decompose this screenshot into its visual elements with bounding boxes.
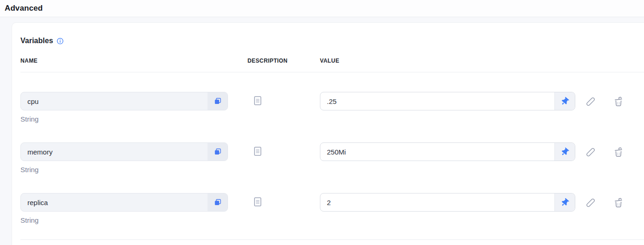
copy-button[interactable] xyxy=(208,92,228,110)
document-icon xyxy=(254,96,261,105)
variable-name-input[interactable] xyxy=(21,193,208,211)
name-cell: String xyxy=(20,193,228,224)
value-cell xyxy=(320,193,575,212)
variables-title: Variables xyxy=(20,37,53,45)
document-icon xyxy=(254,197,261,206)
description-cell xyxy=(228,193,320,208)
column-header-name: NAME xyxy=(20,58,228,64)
variables-rows: String xyxy=(20,92,644,224)
value-cell xyxy=(320,92,575,110)
trash-icon xyxy=(613,197,624,208)
pin-button[interactable] xyxy=(554,193,575,211)
pin-button[interactable] xyxy=(554,92,575,110)
edit-button[interactable] xyxy=(585,96,596,107)
description-button[interactable] xyxy=(254,96,261,105)
description-cell xyxy=(228,142,320,158)
copy-icon xyxy=(214,97,221,105)
variable-name-input[interactable] xyxy=(21,143,208,161)
pencil-icon xyxy=(585,96,596,107)
info-icon[interactable] xyxy=(57,38,64,45)
trash-icon xyxy=(613,147,624,158)
copy-icon xyxy=(214,148,221,155)
variable-type-label: String xyxy=(20,115,228,123)
copy-icon xyxy=(214,199,221,206)
pencil-icon xyxy=(585,147,596,158)
delete-button[interactable] xyxy=(613,96,624,107)
name-cell: String xyxy=(20,142,228,174)
trash-icon xyxy=(613,96,624,107)
table-row: String xyxy=(20,92,644,123)
variable-value-group xyxy=(320,193,575,212)
table-header-row: NAME DESCRIPTION VALUE xyxy=(20,58,644,72)
variables-section-header: Variables xyxy=(20,37,644,45)
variable-value-input[interactable] xyxy=(320,92,554,110)
variable-value-input[interactable] xyxy=(320,143,554,161)
pin-button[interactable] xyxy=(554,143,575,161)
table-row: String xyxy=(20,142,644,174)
edit-button[interactable] xyxy=(585,147,596,158)
variables-panel: Variables NAME DESCRIPTION VALUE xyxy=(12,22,644,245)
description-cell xyxy=(228,92,320,107)
value-cell xyxy=(320,142,575,161)
variable-type-label: String xyxy=(20,166,228,174)
variable-name-group xyxy=(20,193,228,212)
description-button[interactable] xyxy=(254,147,261,156)
variable-type-label: String xyxy=(20,216,228,224)
column-header-value: VALUE xyxy=(320,58,575,64)
pin-icon xyxy=(559,197,571,208)
table-row: String xyxy=(20,193,644,224)
pin-icon xyxy=(559,146,571,157)
delete-button[interactable] xyxy=(613,197,624,208)
variable-name-group xyxy=(20,142,228,161)
name-cell: String xyxy=(20,92,228,123)
page-title: Advanced xyxy=(5,4,43,13)
variable-name-input[interactable] xyxy=(21,92,208,110)
section-divider xyxy=(20,239,644,240)
variable-name-group xyxy=(20,92,228,110)
pencil-icon xyxy=(585,197,596,208)
copy-button[interactable] xyxy=(208,143,228,161)
delete-button[interactable] xyxy=(613,147,624,158)
row-actions xyxy=(575,193,644,208)
variable-value-group xyxy=(320,92,575,110)
column-header-description: DESCRIPTION xyxy=(228,58,320,64)
row-actions xyxy=(575,142,644,158)
pin-icon xyxy=(559,96,571,107)
variable-value-input[interactable] xyxy=(320,193,554,211)
document-icon xyxy=(254,147,261,156)
row-actions xyxy=(575,92,644,107)
description-button[interactable] xyxy=(254,197,261,206)
page-header: Advanced xyxy=(0,0,644,17)
edit-button[interactable] xyxy=(585,197,596,208)
variable-value-group xyxy=(320,142,575,161)
copy-button[interactable] xyxy=(208,193,228,211)
